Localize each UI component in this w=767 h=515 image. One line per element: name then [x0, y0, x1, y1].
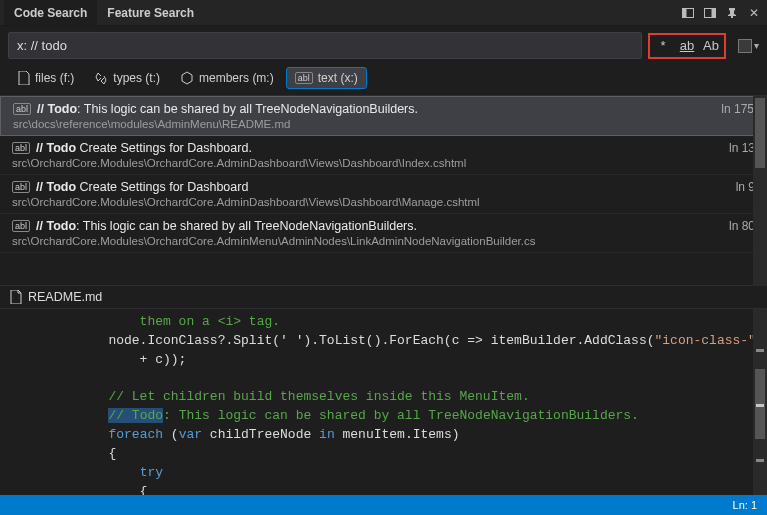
- tab-feature-search[interactable]: Feature Search: [97, 0, 204, 25]
- cursor-position: Ln: 1: [733, 499, 757, 511]
- filter-label: members (m:): [199, 71, 274, 85]
- search-input[interactable]: [8, 32, 642, 59]
- view-dropdown[interactable]: ▾: [738, 39, 759, 53]
- members-icon: [180, 71, 194, 85]
- result-path: src\OrchardCore.Modules\OrchardCore.Admi…: [12, 196, 480, 208]
- match-case-toggle[interactable]: Ab: [700, 36, 722, 56]
- wildcard-toggle[interactable]: *: [652, 36, 674, 56]
- filter-files[interactable]: files (f:): [10, 68, 82, 88]
- preview-file-name: README.md: [28, 290, 102, 304]
- result-line: ln 13: [729, 141, 755, 169]
- filter-label: text (x:): [318, 71, 358, 85]
- code-content[interactable]: them on a <i> tag. node.IconClass?.Split…: [42, 309, 767, 495]
- status-bar: Ln: 1: [0, 495, 767, 515]
- types-icon: [94, 71, 108, 85]
- search-options-group: * ab Ab: [648, 33, 726, 59]
- pin-icon[interactable]: [723, 4, 741, 22]
- code-preview: them on a <i> tag. node.IconClass?.Split…: [0, 309, 767, 495]
- text-icon: abl: [12, 142, 30, 154]
- dock-left-icon[interactable]: [679, 4, 697, 22]
- file-icon: [18, 71, 30, 85]
- file-icon: [10, 290, 22, 304]
- result-line: ln 175: [721, 102, 754, 130]
- text-icon: abl: [12, 181, 30, 193]
- result-line: ln 80: [729, 219, 755, 247]
- text-icon: abl: [13, 103, 31, 115]
- tab-code-search[interactable]: Code Search: [4, 0, 97, 25]
- filter-types[interactable]: types (t:): [86, 68, 168, 88]
- filter-label: types (t:): [113, 71, 160, 85]
- svg-rect-1: [683, 8, 687, 17]
- search-result[interactable]: abl// Todo: This logic can be shared by …: [0, 96, 767, 136]
- search-result[interactable]: abl// Todo Create Settings for Dashboard…: [0, 175, 767, 214]
- search-result[interactable]: abl// Todo: This logic can be shared by …: [0, 214, 767, 253]
- gutter: [0, 309, 42, 495]
- result-path: src\OrchardCore.Modules\OrchardCore.Admi…: [12, 235, 536, 247]
- filter-text[interactable]: abl text (x:): [286, 67, 367, 89]
- dock-right-icon[interactable]: [701, 4, 719, 22]
- filter-label: files (f:): [35, 71, 74, 85]
- svg-rect-3: [712, 8, 716, 17]
- close-icon[interactable]: ✕: [745, 4, 763, 22]
- results-scrollbar[interactable]: [753, 96, 767, 286]
- code-scrollbar[interactable]: [753, 309, 767, 495]
- result-path: src\docs\reference\modules\AdminMenu\REA…: [13, 118, 418, 130]
- search-result[interactable]: abl// Todo Create Settings for Dashboard…: [0, 136, 767, 175]
- text-icon: abl: [295, 72, 313, 84]
- filter-bar: files (f:) types (t:) members (m:) abl t…: [0, 65, 767, 96]
- result-path: src\OrchardCore.Modules\OrchardCore.Admi…: [12, 157, 466, 169]
- search-row: * ab Ab ▾: [0, 26, 767, 65]
- text-icon: abl: [12, 220, 30, 232]
- match-whole-word-toggle[interactable]: ab: [676, 36, 698, 56]
- results-panel: abl// Todo: This logic can be shared by …: [0, 96, 767, 286]
- titlebar: Code Search Feature Search ✕: [0, 0, 767, 26]
- filter-members[interactable]: members (m:): [172, 68, 282, 88]
- preview-file-tab[interactable]: README.md: [0, 286, 767, 309]
